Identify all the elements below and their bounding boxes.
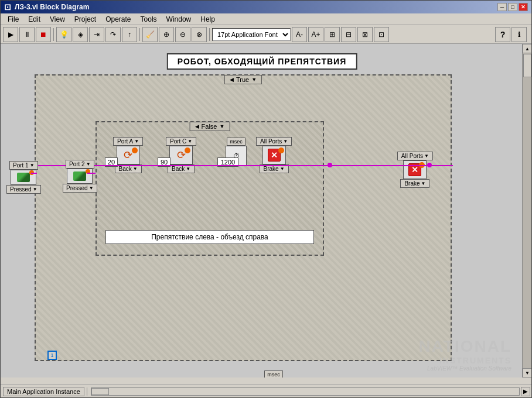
scroll-up-button[interactable]: ▲ [523,44,532,53]
port1-footer: Pressed ▼ [6,185,41,194]
port-c-body: ⟳ [169,146,193,164]
distribute-button[interactable]: ⊟ [341,27,356,42]
step-over-button[interactable]: ↷ [105,27,121,42]
title-bar: ⊡ ЛЗ-3.vi Block Diagram ─ □ ✕ [1,1,531,13]
port2-header: Port 2 ▼ [66,160,94,169]
stop-button[interactable]: ⏹ [36,27,51,42]
port1-body [11,170,36,185]
step-out-button[interactable]: ↑ [122,27,137,42]
menu-help[interactable]: Help [196,14,220,25]
wire-dot2 [427,163,432,167]
resize-button[interactable]: ⊠ [357,27,373,42]
pause-button[interactable]: ⏸ [19,27,35,42]
port2-body [67,169,93,184]
menu-operate[interactable]: Operate [101,14,135,25]
menu-bar: File Edit View Project Operate Tools Win… [1,13,531,25]
outer-loop: ◀ True ▼ ◀ False ▼ Port A ▼ [35,74,452,361]
menu-view[interactable]: View [45,14,70,25]
scroll-down-button[interactable]: ▼ [523,368,532,378]
maximize-button[interactable]: □ [508,3,517,11]
step-into-button[interactable]: ⇥ [89,27,104,42]
align-button[interactable]: ⊞ [325,27,340,42]
page-indicator: 1 [47,351,57,360]
extra1-button[interactable]: ⊕ [159,27,174,42]
minimize-button[interactable]: ─ [497,3,507,11]
wire-h-outer [35,165,453,166]
close-button[interactable]: ✕ [519,3,528,11]
port2-footer: Pressed ▼ [63,184,97,193]
title-bar-controls: ─ □ ✕ [497,3,528,11]
help-button[interactable]: ? [495,27,510,42]
port2-block: Port 2 ▼ Pressed ▼ [63,160,97,193]
port1-header: Port 1 ▼ [9,161,38,170]
status-bar: Main Application Instance ▶ [1,385,532,397]
status-separator [87,387,87,396]
horizontal-scrollbar[interactable] [91,387,520,396]
ni-help-icon[interactable]: ℹ [511,27,527,42]
all-ports-block-outer: All Ports ▼ ✕ Brake ▼ [397,152,433,188]
highlight-button[interactable]: 💡 [56,27,71,42]
app-window: ⊡ ЛЗ-3.vi Block Diagram ─ □ ✕ File Edit … [0,0,532,398]
outer-loop-label: ◀ True ▼ [224,75,262,84]
diagram-title: РОБОТ, ОБХОДЯЩИЙ ПРЕПЯТСТВИЯ [167,53,357,70]
font-size-down[interactable]: A- [292,27,307,42]
wire-port1-h [31,173,37,174]
obstacle-text-label: Препятствие слева - объезд справа [105,230,314,244]
menu-project[interactable]: Project [70,14,101,25]
port-a-header: Port A ▼ [113,137,143,146]
port1-block: Port 1 ▼ Pressed ▼ [6,161,41,194]
vertical-scrollbar[interactable]: ▲ ▼ [522,44,531,378]
main-instance-label: Main Application Instance [3,387,84,396]
menu-tools[interactable]: Tools [136,14,162,25]
font-selector[interactable]: 17pt Application Font [212,28,291,41]
canvas-area: РОБОТ, ОБХОДЯЩИЙ ПРЕПЯТСТВИЯ ◀ True ▼ ◀ … [1,44,523,378]
all-ports-header-inner: All Ports ▼ [256,137,292,146]
all-ports-footer-outer: Brake ▼ [400,179,429,188]
wait-block-bottom: msec ⏱ [263,370,284,378]
h-scroll-right[interactable]: ▶ [521,387,530,396]
reorder-button[interactable]: ⊡ [374,27,389,42]
separator3 [209,28,210,41]
menu-edit[interactable]: Edit [23,14,45,25]
ni-logo: NATIONAL INSTRUMENTS LabVIEW™ Evaluation… [418,337,511,372]
all-ports-header-outer: All Ports ▼ [397,152,433,160]
h-scroll-thumb[interactable] [91,388,109,395]
inner-loop: ◀ False ▼ Port A ▼ ⟳ [96,121,324,256]
separator1 [53,28,54,41]
window-title: ЛЗ-3.vi Block Diagram [15,3,89,11]
retain-button[interactable]: ◈ [73,27,88,42]
toolbar: ▶ ⏸ ⏹ 💡 ◈ ⇥ ↷ ↑ 🧹 ⊕ ⊖ ⊗ 17pt Application… [1,25,531,44]
clean-button[interactable]: 🧹 [142,27,158,42]
wire-port2-h [87,173,96,174]
port-a-block: Port A ▼ ⟳ Back ▼ [113,137,143,173]
run-button[interactable]: ▶ [3,27,18,42]
scroll-thumb[interactable] [523,54,531,77]
extra2-button[interactable]: ⊖ [175,27,190,42]
menu-window[interactable]: Window [162,14,196,25]
port-c-block: Port C ▼ ⟳ Back ▼ [166,137,196,173]
menu-file[interactable]: File [3,14,23,25]
scroll-track [523,53,531,368]
extra3-button[interactable]: ⊗ [192,27,207,42]
port-a-body: ⟳ [117,146,140,164]
font-size-up[interactable]: A+ [308,27,323,42]
separator2 [139,28,140,41]
all-ports-block-inner: All Ports ▼ ✕ Brake ▼ [256,137,292,173]
inner-loop-label: ◀ False ▼ [190,122,230,131]
app-icon: ⊡ [4,2,11,12]
port-c-header: Port C ▼ [166,137,196,146]
wire-dot1 [328,163,332,167]
